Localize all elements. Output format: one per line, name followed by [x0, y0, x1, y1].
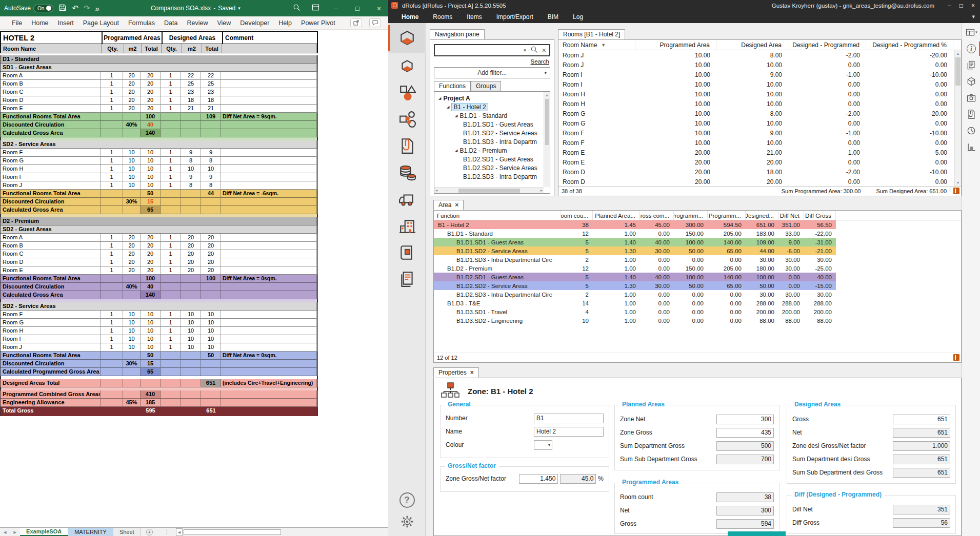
area-table-row[interactable]: B1.D1.SD1 - Guest Areas51.4040.00100.001…: [434, 238, 836, 246]
excel-cell[interactable]: Room H: [1, 327, 101, 335]
excel-comment-cell[interactable]: Diff Net Area = 9sqm.: [221, 113, 317, 121]
excel-cell[interactable]: Room D: [1, 96, 101, 105]
rooms-cell[interactable]: Room I: [558, 70, 635, 79]
excel-cell[interactable]: [101, 206, 123, 214]
excel-cell[interactable]: 20: [123, 88, 141, 96]
area-cell[interactable]: 12: [561, 229, 593, 238]
excel-cell[interactable]: 1: [161, 88, 181, 96]
rooms-cell[interactable]: Room J: [558, 60, 635, 70]
excel-cell[interactable]: 10: [123, 343, 141, 352]
excel-cell[interactable]: 1: [101, 105, 123, 113]
col-total[interactable]: Total: [142, 44, 162, 53]
drofus-menu-item[interactable]: BIM: [541, 13, 566, 20]
excel-comment-cell[interactable]: [221, 327, 317, 335]
excel-cell[interactable]: [201, 360, 221, 368]
area-cell[interactable]: 0.00: [640, 290, 674, 299]
rooms-cell[interactable]: Room D: [558, 177, 635, 187]
area-cell[interactable]: 30.00: [746, 255, 778, 264]
excel-cell[interactable]: [181, 291, 201, 299]
area-cell[interactable]: 1.00: [593, 290, 640, 299]
excel-cell[interactable]: [181, 121, 201, 129]
area-cell[interactable]: 183.00: [746, 229, 778, 238]
excel-cell[interactable]: 651: [201, 407, 221, 416]
excel-cell[interactable]: 20: [201, 242, 221, 250]
excel-comment-cell[interactable]: [221, 96, 317, 105]
area-cell[interactable]: 205.00: [708, 229, 746, 238]
excel-cell[interactable]: 20: [141, 96, 161, 105]
excel-cell[interactable]: 20: [181, 266, 201, 275]
excel-row[interactable]: Room J11010188: [1, 181, 317, 190]
rooms-cell[interactable]: 10.00: [635, 118, 716, 128]
rooms-table-row[interactable]: Room F10.0010.000.000.00: [558, 138, 961, 148]
tree-item[interactable]: ◢B1.D1 - Standard: [434, 111, 550, 120]
area-cell[interactable]: 0.00: [674, 299, 708, 307]
excel-cell[interactable]: [123, 206, 141, 214]
excel-row[interactable]: Room H1101011010: [1, 165, 317, 173]
drofus-menu-item[interactable]: Log: [566, 13, 590, 20]
excel-row[interactable]: SD2 - Service Areas: [1, 302, 317, 311]
tree-item-label[interactable]: Project A: [443, 95, 470, 102]
excel-cell[interactable]: 18: [201, 96, 221, 105]
excel-cell[interactable]: 40: [141, 283, 161, 291]
tree-item[interactable]: B1.D2.SD2 - Service Areas: [434, 163, 550, 172]
col-m2[interactable]: m2: [124, 44, 142, 53]
rooms-cell[interactable]: Room H: [558, 99, 635, 109]
area-cell[interactable]: 1.00: [593, 264, 640, 273]
excel-cell[interactable]: 1: [161, 173, 181, 181]
area-cell[interactable]: 50.00: [746, 281, 778, 290]
tab-options-icon[interactable]: ⋮: [164, 529, 170, 535]
excel-cell[interactable]: 10: [123, 311, 141, 319]
excel-cell[interactable]: [101, 368, 123, 376]
area-cell[interactable]: 65.00: [708, 246, 746, 255]
excel-cell[interactable]: Room C: [1, 88, 101, 96]
excel-row[interactable]: Functional Rooms Total Area5050Diff Net …: [1, 352, 317, 360]
area-function-cell[interactable]: B1.D2 - Premium: [434, 264, 561, 273]
area-function-cell[interactable]: B1.D1.SD3 - Intra Departmental Circ: [434, 255, 561, 264]
excel-cell[interactable]: [161, 129, 181, 137]
add-filter-dropdown[interactable]: Add filter...▾: [434, 67, 550, 78]
excel-row[interactable]: Room C1202012323: [1, 88, 317, 96]
grossnet-factor-field[interactable]: 1.450: [519, 474, 558, 484]
tree-item-label[interactable]: B1.D2.SD2 - Service Areas: [463, 164, 537, 172]
rooms-cell[interactable]: 9.00: [716, 70, 788, 79]
colour-dropdown[interactable]: ▾: [534, 440, 552, 450]
area-cell[interactable]: 100.00: [674, 238, 708, 246]
excel-cell[interactable]: 10: [141, 181, 161, 190]
excel-cell[interactable]: [161, 283, 181, 291]
excel-cell[interactable]: SD2 - Service Areas: [1, 302, 317, 311]
area-cell[interactable]: 10: [561, 316, 593, 325]
excel-cell[interactable]: 140: [141, 129, 161, 137]
excel-cell[interactable]: [181, 352, 201, 360]
area-cell[interactable]: 200.00: [746, 307, 778, 316]
sidebar-item-model[interactable]: [388, 53, 426, 79]
tree-item-label[interactable]: B1.D1 - Standard: [459, 112, 507, 119]
rooms-cell[interactable]: -20.00: [866, 50, 953, 60]
excel-cell[interactable]: 18: [181, 96, 201, 105]
excel-cell[interactable]: Functional Rooms Total Area: [1, 113, 101, 121]
property-field[interactable]: 651: [893, 415, 950, 424]
excel-cell[interactable]: 20: [201, 258, 221, 266]
excel-cell[interactable]: [201, 291, 221, 299]
excel-row[interactable]: Room A1202012020: [1, 234, 317, 242]
excel-cell[interactable]: 65: [141, 368, 161, 376]
excel-cell[interactable]: 140: [141, 291, 161, 299]
rooms-cell[interactable]: 0.00: [866, 157, 953, 167]
excel-cell[interactable]: 10: [141, 165, 161, 173]
sidebar-item-home[interactable]: [388, 23, 426, 53]
rooms-cell[interactable]: 0.00: [788, 99, 866, 109]
programmed-areas-header[interactable]: Programmed Areas: [102, 32, 162, 44]
excel-cell[interactable]: [201, 129, 221, 137]
rooms-cell[interactable]: 8.00: [716, 50, 788, 60]
area-cell[interactable]: 56.50: [804, 220, 836, 229]
area-cell[interactable]: 0.00: [640, 316, 674, 325]
rooms-cell[interactable]: 0.00: [788, 60, 866, 70]
rooms-cell[interactable]: 0.00: [866, 79, 953, 89]
excel-row[interactable]: Room F1101011010: [1, 311, 317, 319]
rooms-cell[interactable]: -10.00: [866, 128, 953, 138]
excel-row[interactable]: D1 - Standard: [1, 55, 317, 64]
rooms-table-row[interactable]: Room H10.0010.000.000.00: [558, 89, 961, 99]
excel-cell[interactable]: Room I: [1, 173, 101, 181]
excel-menu-item[interactable]: Help: [274, 19, 296, 27]
col-qty-designed[interactable]: Qty.: [162, 44, 182, 53]
excel-comment-cell[interactable]: [221, 157, 317, 165]
